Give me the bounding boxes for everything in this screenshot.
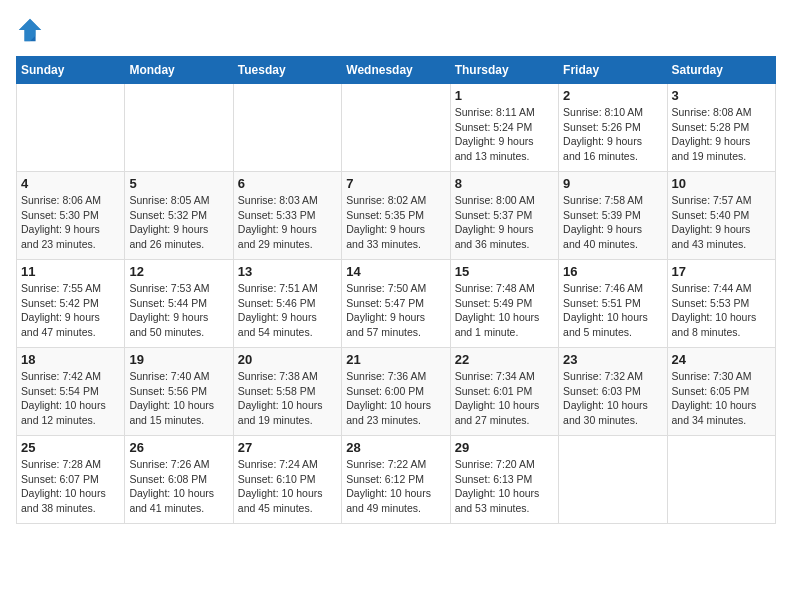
calendar-header: SundayMondayTuesdayWednesdayThursdayFrid… xyxy=(17,57,776,84)
day-number: 19 xyxy=(129,352,228,367)
calendar-cell: 2Sunrise: 8:10 AM Sunset: 5:26 PM Daylig… xyxy=(559,84,667,172)
day-info: Sunrise: 7:46 AM Sunset: 5:51 PM Dayligh… xyxy=(563,281,662,340)
day-number: 17 xyxy=(672,264,771,279)
day-info: Sunrise: 7:26 AM Sunset: 6:08 PM Dayligh… xyxy=(129,457,228,516)
day-info: Sunrise: 7:30 AM Sunset: 6:05 PM Dayligh… xyxy=(672,369,771,428)
day-number: 7 xyxy=(346,176,445,191)
weekday-header-tuesday: Tuesday xyxy=(233,57,341,84)
calendar-cell: 25Sunrise: 7:28 AM Sunset: 6:07 PM Dayli… xyxy=(17,436,125,524)
day-info: Sunrise: 7:24 AM Sunset: 6:10 PM Dayligh… xyxy=(238,457,337,516)
calendar-cell: 6Sunrise: 8:03 AM Sunset: 5:33 PM Daylig… xyxy=(233,172,341,260)
calendar-cell: 16Sunrise: 7:46 AM Sunset: 5:51 PM Dayli… xyxy=(559,260,667,348)
day-info: Sunrise: 7:22 AM Sunset: 6:12 PM Dayligh… xyxy=(346,457,445,516)
calendar-cell: 11Sunrise: 7:55 AM Sunset: 5:42 PM Dayli… xyxy=(17,260,125,348)
day-number: 14 xyxy=(346,264,445,279)
calendar-cell xyxy=(559,436,667,524)
day-info: Sunrise: 8:02 AM Sunset: 5:35 PM Dayligh… xyxy=(346,193,445,252)
calendar-cell: 24Sunrise: 7:30 AM Sunset: 6:05 PM Dayli… xyxy=(667,348,775,436)
day-number: 10 xyxy=(672,176,771,191)
day-info: Sunrise: 7:55 AM Sunset: 5:42 PM Dayligh… xyxy=(21,281,120,340)
calendar-cell xyxy=(125,84,233,172)
day-number: 5 xyxy=(129,176,228,191)
calendar-week-4: 18Sunrise: 7:42 AM Sunset: 5:54 PM Dayli… xyxy=(17,348,776,436)
day-number: 29 xyxy=(455,440,554,455)
day-info: Sunrise: 8:11 AM Sunset: 5:24 PM Dayligh… xyxy=(455,105,554,164)
calendar-cell: 10Sunrise: 7:57 AM Sunset: 5:40 PM Dayli… xyxy=(667,172,775,260)
weekday-header-saturday: Saturday xyxy=(667,57,775,84)
day-number: 13 xyxy=(238,264,337,279)
day-info: Sunrise: 7:34 AM Sunset: 6:01 PM Dayligh… xyxy=(455,369,554,428)
weekday-header-thursday: Thursday xyxy=(450,57,558,84)
calendar-cell: 9Sunrise: 7:58 AM Sunset: 5:39 PM Daylig… xyxy=(559,172,667,260)
calendar-cell: 8Sunrise: 8:00 AM Sunset: 5:37 PM Daylig… xyxy=(450,172,558,260)
calendar-cell: 3Sunrise: 8:08 AM Sunset: 5:28 PM Daylig… xyxy=(667,84,775,172)
day-number: 15 xyxy=(455,264,554,279)
weekday-header-wednesday: Wednesday xyxy=(342,57,450,84)
weekday-header-row: SundayMondayTuesdayWednesdayThursdayFrid… xyxy=(17,57,776,84)
day-number: 4 xyxy=(21,176,120,191)
day-number: 25 xyxy=(21,440,120,455)
day-info: Sunrise: 7:50 AM Sunset: 5:47 PM Dayligh… xyxy=(346,281,445,340)
calendar-cell: 13Sunrise: 7:51 AM Sunset: 5:46 PM Dayli… xyxy=(233,260,341,348)
calendar-cell: 7Sunrise: 8:02 AM Sunset: 5:35 PM Daylig… xyxy=(342,172,450,260)
calendar-cell: 14Sunrise: 7:50 AM Sunset: 5:47 PM Dayli… xyxy=(342,260,450,348)
day-info: Sunrise: 7:40 AM Sunset: 5:56 PM Dayligh… xyxy=(129,369,228,428)
day-info: Sunrise: 7:42 AM Sunset: 5:54 PM Dayligh… xyxy=(21,369,120,428)
day-number: 3 xyxy=(672,88,771,103)
day-number: 11 xyxy=(21,264,120,279)
day-number: 28 xyxy=(346,440,445,455)
day-number: 26 xyxy=(129,440,228,455)
svg-marker-1 xyxy=(19,19,41,41)
day-number: 1 xyxy=(455,88,554,103)
weekday-header-sunday: Sunday xyxy=(17,57,125,84)
day-number: 22 xyxy=(455,352,554,367)
day-info: Sunrise: 8:06 AM Sunset: 5:30 PM Dayligh… xyxy=(21,193,120,252)
calendar-cell xyxy=(342,84,450,172)
day-number: 18 xyxy=(21,352,120,367)
page-header xyxy=(16,16,776,44)
calendar-cell: 29Sunrise: 7:20 AM Sunset: 6:13 PM Dayli… xyxy=(450,436,558,524)
calendar-cell: 28Sunrise: 7:22 AM Sunset: 6:12 PM Dayli… xyxy=(342,436,450,524)
day-number: 16 xyxy=(563,264,662,279)
day-number: 2 xyxy=(563,88,662,103)
day-info: Sunrise: 7:44 AM Sunset: 5:53 PM Dayligh… xyxy=(672,281,771,340)
calendar-cell: 21Sunrise: 7:36 AM Sunset: 6:00 PM Dayli… xyxy=(342,348,450,436)
day-number: 24 xyxy=(672,352,771,367)
day-info: Sunrise: 7:58 AM Sunset: 5:39 PM Dayligh… xyxy=(563,193,662,252)
day-info: Sunrise: 8:03 AM Sunset: 5:33 PM Dayligh… xyxy=(238,193,337,252)
day-number: 12 xyxy=(129,264,228,279)
calendar-cell: 15Sunrise: 7:48 AM Sunset: 5:49 PM Dayli… xyxy=(450,260,558,348)
day-info: Sunrise: 7:53 AM Sunset: 5:44 PM Dayligh… xyxy=(129,281,228,340)
day-info: Sunrise: 7:32 AM Sunset: 6:03 PM Dayligh… xyxy=(563,369,662,428)
logo xyxy=(16,16,48,44)
calendar-week-5: 25Sunrise: 7:28 AM Sunset: 6:07 PM Dayli… xyxy=(17,436,776,524)
day-number: 27 xyxy=(238,440,337,455)
day-info: Sunrise: 7:57 AM Sunset: 5:40 PM Dayligh… xyxy=(672,193,771,252)
calendar-cell: 4Sunrise: 8:06 AM Sunset: 5:30 PM Daylig… xyxy=(17,172,125,260)
calendar-cell: 12Sunrise: 7:53 AM Sunset: 5:44 PM Dayli… xyxy=(125,260,233,348)
calendar-cell: 17Sunrise: 7:44 AM Sunset: 5:53 PM Dayli… xyxy=(667,260,775,348)
day-info: Sunrise: 7:20 AM Sunset: 6:13 PM Dayligh… xyxy=(455,457,554,516)
weekday-header-friday: Friday xyxy=(559,57,667,84)
day-number: 6 xyxy=(238,176,337,191)
day-info: Sunrise: 7:38 AM Sunset: 5:58 PM Dayligh… xyxy=(238,369,337,428)
day-number: 8 xyxy=(455,176,554,191)
calendar-cell: 22Sunrise: 7:34 AM Sunset: 6:01 PM Dayli… xyxy=(450,348,558,436)
calendar-cell xyxy=(667,436,775,524)
day-info: Sunrise: 7:36 AM Sunset: 6:00 PM Dayligh… xyxy=(346,369,445,428)
calendar-week-1: 1Sunrise: 8:11 AM Sunset: 5:24 PM Daylig… xyxy=(17,84,776,172)
day-number: 23 xyxy=(563,352,662,367)
day-number: 21 xyxy=(346,352,445,367)
day-info: Sunrise: 8:00 AM Sunset: 5:37 PM Dayligh… xyxy=(455,193,554,252)
calendar-week-2: 4Sunrise: 8:06 AM Sunset: 5:30 PM Daylig… xyxy=(17,172,776,260)
day-info: Sunrise: 8:05 AM Sunset: 5:32 PM Dayligh… xyxy=(129,193,228,252)
calendar-cell xyxy=(17,84,125,172)
day-number: 9 xyxy=(563,176,662,191)
calendar-cell: 26Sunrise: 7:26 AM Sunset: 6:08 PM Dayli… xyxy=(125,436,233,524)
day-info: Sunrise: 8:08 AM Sunset: 5:28 PM Dayligh… xyxy=(672,105,771,164)
calendar-table: SundayMondayTuesdayWednesdayThursdayFrid… xyxy=(16,56,776,524)
calendar-cell: 1Sunrise: 8:11 AM Sunset: 5:24 PM Daylig… xyxy=(450,84,558,172)
weekday-header-monday: Monday xyxy=(125,57,233,84)
day-info: Sunrise: 7:51 AM Sunset: 5:46 PM Dayligh… xyxy=(238,281,337,340)
day-info: Sunrise: 8:10 AM Sunset: 5:26 PM Dayligh… xyxy=(563,105,662,164)
